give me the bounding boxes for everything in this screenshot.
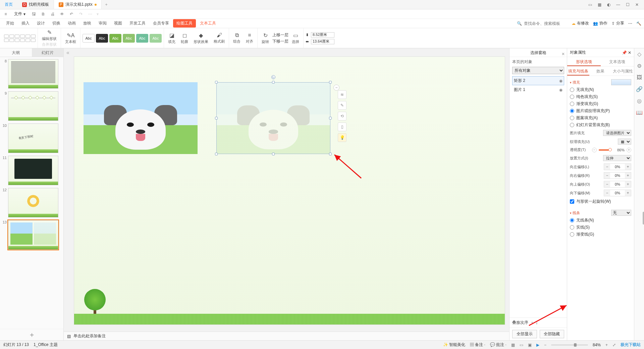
shape-effect-button[interactable]: ◆形状效果 [192, 32, 210, 44]
brush-icon: 🖌 [217, 32, 222, 38]
menu-member[interactable]: 会员专享 [150, 19, 172, 28]
width-input[interactable] [311, 39, 334, 44]
outline-button[interactable]: ◻轮廓 [179, 32, 190, 44]
select-icon: ▭ [293, 32, 298, 39]
command-search[interactable]: 🔍 [517, 21, 571, 26]
rotate-button[interactable]: ↻旋转 [260, 32, 271, 44]
chevron-down-icon: ▾ [23, 12, 25, 16]
user-icon[interactable]: ◐ [604, 2, 613, 7]
style-abc-4[interactable]: Abc [123, 34, 135, 43]
layout-icon[interactable]: ▭ [586, 2, 594, 7]
minimize-button[interactable]: — [614, 2, 623, 7]
close-button[interactable]: ✕ [633, 2, 641, 7]
style-gallery[interactable]: Abc Abc Abc Abc Abc Abc [83, 34, 162, 43]
menu-review[interactable]: 审阅 [95, 19, 110, 28]
save-as-icon[interactable]: 🗎 [40, 12, 46, 16]
height-icon: ⬍ [306, 33, 309, 37]
cloud-icon: ☁ [572, 21, 576, 26]
undo-icon[interactable]: ↶ [68, 12, 74, 16]
collapse-ribbon-icon[interactable]: 🔨 [636, 21, 641, 26]
align-icon: ≡ [248, 32, 251, 38]
merge-shape-button: 合并形状 [42, 42, 57, 47]
more-icon[interactable]: ⋯ [628, 21, 632, 26]
textbox-icon: ✎A [67, 32, 75, 39]
menu-insert[interactable]: 插入 [18, 19, 33, 28]
bring-forward-button[interactable]: 上移一层 [272, 32, 288, 38]
home-tab[interactable]: 首页 [0, 2, 17, 7]
menu-dev[interactable]: 开发工具 [126, 19, 149, 28]
edit-shape-button[interactable]: ✎编辑形状 [40, 29, 59, 41]
menu-text-tools[interactable]: 文本工具 [197, 19, 219, 28]
maximize-button[interactable]: ☐ [623, 2, 632, 7]
style-abc-5[interactable]: Abc [136, 34, 148, 43]
share-button[interactable]: ⇪分享 [611, 20, 624, 26]
search-icon: 🔍 [517, 21, 522, 26]
textbox-button[interactable]: ✎A文本框 [63, 32, 78, 44]
menu-start[interactable]: 开始 [3, 19, 17, 28]
redo-icon[interactable]: ↷ [78, 12, 84, 16]
unsaved-dot [95, 4, 97, 6]
outline-icon: ◻ [182, 32, 187, 39]
search-input[interactable] [524, 21, 571, 26]
style-abc-3[interactable]: Abc [109, 34, 121, 43]
preview-icon[interactable]: 👁 [59, 12, 65, 16]
rotate-icon: ↻ [263, 32, 268, 39]
fill-icon: ◪ [169, 32, 174, 39]
width-icon: ⬌ [306, 39, 309, 44]
collab-icon: 👥 [593, 21, 598, 26]
grid-icon[interactable]: ▦ [595, 2, 604, 7]
shape-gallery[interactable] [4, 35, 36, 42]
document-tab[interactable]: P演示文稿1.pptx [54, 0, 102, 9]
style-abc-6[interactable]: Abc [150, 34, 162, 43]
ppt-icon: P [59, 2, 63, 7]
group-button[interactable]: ⧉组合 [231, 32, 243, 44]
print-icon[interactable]: 🖨 [50, 12, 56, 16]
template-icon: D [22, 2, 27, 7]
send-backward-button[interactable]: 下移一层 [272, 39, 288, 44]
format-painter-button[interactable]: 🖌格式刷 [212, 32, 227, 44]
menu-transition[interactable]: 切换 [49, 19, 64, 28]
selection-pane-button[interactable]: ▭选择 [290, 32, 301, 44]
file-menu[interactable]: 文件▾ [12, 11, 28, 17]
pending-sync[interactable]: ☁有修改 [572, 20, 589, 26]
edit-shape-icon: ✎ [47, 29, 52, 36]
file-menu-label: 文件 [14, 11, 22, 17]
template-tab-label: 找稻壳模板 [29, 2, 49, 7]
menu-draw-tools[interactable]: 绘图工具 [173, 19, 196, 28]
share-icon: ⇪ [611, 21, 615, 26]
collaborate-button[interactable]: 👥协作 [593, 20, 607, 26]
menu-slideshow[interactable]: 放映 [80, 19, 95, 28]
height-input[interactable] [311, 32, 334, 38]
group-icon: ⧉ [235, 32, 239, 38]
save-icon[interactable]: 🖫 [31, 12, 37, 16]
style-abc-1[interactable]: Abc [83, 34, 95, 43]
menu-icon[interactable]: ≡ [3, 12, 9, 16]
menu-animation[interactable]: 动画 [64, 19, 79, 28]
menu-view[interactable]: 视图 [111, 19, 125, 28]
style-abc-2[interactable]: Abc [96, 34, 108, 43]
document-tab-label: 演示文稿1.pptx [65, 2, 93, 7]
template-tab[interactable]: D找稻壳模板 [17, 0, 54, 9]
fill-button[interactable]: ◪填充 [166, 32, 177, 44]
align-button[interactable]: ≡对齐 [244, 32, 255, 44]
effect-icon: ◆ [199, 32, 203, 39]
more-qa-icon[interactable]: ⋯ [87, 12, 93, 16]
add-tab[interactable]: ＋ [102, 2, 111, 7]
menu-design[interactable]: 设计 [34, 19, 48, 28]
pending-label: 有修改 [577, 20, 589, 26]
